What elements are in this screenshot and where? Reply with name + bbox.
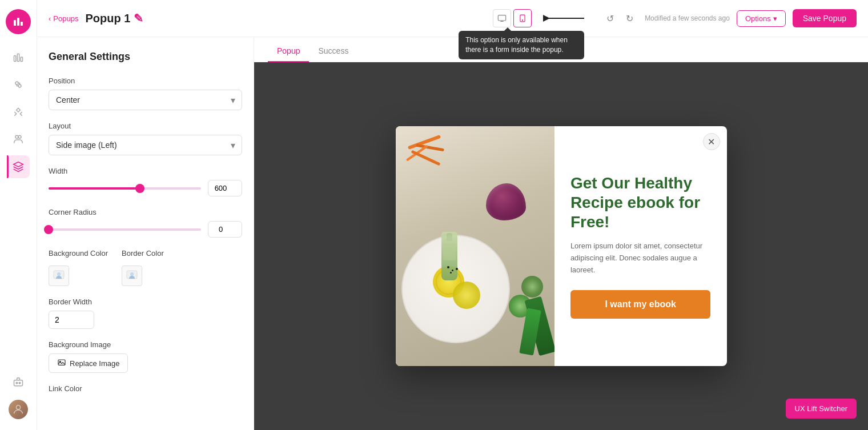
- border-color-label: Border Color: [122, 249, 164, 258]
- width-label: Width: [49, 167, 242, 175]
- back-chevron: ‹: [49, 14, 51, 23]
- svg-rect-10: [14, 380, 23, 386]
- logo[interactable]: [6, 9, 31, 34]
- svg-point-22: [130, 272, 134, 276]
- ux-lift-switcher-button[interactable]: UX Lift Switcher: [786, 399, 857, 419]
- settings-panel: General Settings Position Center Top Bot…: [37, 37, 254, 430]
- popup-cta-button[interactable]: I want my ebook: [570, 290, 711, 319]
- popup-subtext: Lorem ipsum dolor sit amet, consectetur …: [570, 240, 711, 276]
- position-select[interactable]: Center Top Bottom: [49, 90, 242, 110]
- page-title: Popup 1: [85, 12, 130, 25]
- svg-point-11: [16, 382, 18, 384]
- options-button[interactable]: Options ▾: [737, 10, 786, 27]
- device-switcher: This option is only available when there…: [493, 9, 532, 27]
- color-fields: Background Color Border Color: [49, 249, 242, 286]
- back-link[interactable]: ‹ Popups: [49, 14, 78, 23]
- layout-field: Layout Side image (Left) Side image (Rig…: [49, 122, 242, 155]
- popup-close-button[interactable]: ✕: [703, 133, 720, 150]
- sidebar: [0, 0, 37, 430]
- topbar: ‹ Popups Popup 1 ✎ This option is only a…: [37, 0, 868, 37]
- svg-point-24: [59, 361, 61, 362]
- position-field: Position Center Top Bottom ▾: [49, 77, 242, 110]
- color-row: Background Color Border Color: [49, 249, 242, 286]
- tab-popup[interactable]: Popup: [268, 41, 309, 62]
- sidebar-item-bot[interactable]: [7, 371, 30, 393]
- sidebar-item-analytics[interactable]: [7, 46, 30, 69]
- border-color-field: Border Color: [122, 249, 164, 286]
- active-indicator: [7, 155, 9, 178]
- width-field: Width: [49, 167, 242, 196]
- main-wrapper: ‹ Popups Popup 1 ✎ This option is only a…: [37, 0, 868, 430]
- bg-image-label: Background Image: [49, 340, 242, 349]
- border-width-field: Border Width: [49, 298, 242, 329]
- width-slider-row: [49, 180, 242, 196]
- options-chevron-icon: ▾: [773, 14, 777, 23]
- layout-select[interactable]: Side image (Left) Side image (Right) Ful…: [49, 135, 242, 155]
- svg-point-20: [57, 272, 61, 276]
- link-color-field: Link Color: [49, 384, 242, 393]
- device-desktop-btn[interactable]: [493, 9, 511, 27]
- width-slider-container: [49, 183, 201, 194]
- border-color-swatch[interactable]: [122, 266, 142, 286]
- content-area: General Settings Position Center Top Bot…: [37, 37, 868, 430]
- width-input[interactable]: [208, 180, 242, 196]
- bg-image-field: Background Image Replace Image: [49, 340, 242, 373]
- tab-success[interactable]: Success: [309, 41, 357, 62]
- settings-panel-title: General Settings: [49, 51, 242, 63]
- modified-status: Modified a few seconds ago: [645, 14, 730, 22]
- bg-color-field: Background Color: [49, 249, 108, 286]
- corner-radius-slider-row: [49, 221, 242, 238]
- corner-radius-label: Corner Radius: [49, 208, 242, 216]
- save-popup-button[interactable]: Save Popup: [793, 9, 857, 27]
- corner-radius-slider-track: [49, 228, 201, 231]
- corner-radius-slider-container: [49, 224, 201, 235]
- svg-point-16: [523, 20, 523, 21]
- svg-point-7: [18, 85, 21, 87]
- svg-point-12: [19, 382, 21, 384]
- corner-radius-input[interactable]: [208, 221, 242, 238]
- popup-food-image: [396, 126, 554, 366]
- sidebar-item-layers-wrap: [7, 155, 30, 178]
- lemon2: [453, 282, 480, 309]
- undo-button[interactable]: ↺: [601, 10, 618, 27]
- width-slider-track: [49, 187, 201, 190]
- tooltip-text: This option is only available when there…: [465, 36, 568, 54]
- popup-content-side: Get Our Healthy Recipe ebook for Free! L…: [554, 126, 727, 366]
- svg-rect-3: [14, 56, 16, 62]
- svg-rect-2: [21, 22, 23, 26]
- tab-success-label: Success: [318, 46, 348, 55]
- svg-rect-4: [17, 54, 19, 61]
- arrow-indicator: [543, 11, 594, 25]
- bg-color-swatch[interactable]: [49, 266, 69, 286]
- sidebar-item-integrations[interactable]: [7, 101, 30, 123]
- cucumber2: [521, 276, 543, 298]
- bg-color-label: Background Color: [49, 249, 108, 258]
- undo-redo-group: ↺ ↻: [601, 10, 638, 27]
- width-slider-thumb[interactable]: [135, 184, 144, 193]
- svg-point-6: [15, 82, 18, 85]
- sidebar-item-audience[interactable]: [7, 128, 30, 151]
- link-color-label: Link Color: [49, 384, 242, 393]
- position-label: Position: [49, 77, 242, 85]
- corner-radius-slider-thumb[interactable]: [44, 225, 53, 234]
- edit-title-icon[interactable]: ✎: [134, 11, 143, 25]
- svg-point-13: [16, 405, 20, 409]
- carrot-area: [404, 140, 456, 163]
- border-width-input[interactable]: [49, 311, 94, 329]
- popup-heading: Get Our Healthy Recipe ebook for Free!: [570, 174, 711, 231]
- replace-image-button[interactable]: Replace Image: [49, 353, 128, 373]
- replace-image-label: Replace Image: [70, 359, 119, 368]
- position-select-wrapper: Center Top Bottom ▾: [49, 90, 242, 110]
- sidebar-item-layers[interactable]: [7, 155, 30, 178]
- back-label: Popups: [53, 14, 78, 23]
- svg-rect-0: [14, 20, 16, 26]
- popup-modal: Get Our Healthy Recipe ebook for Free! L…: [396, 126, 727, 366]
- close-icon: ✕: [708, 136, 715, 147]
- device-mobile-btn[interactable]: [513, 9, 532, 27]
- svg-rect-23: [58, 360, 65, 365]
- svg-rect-1: [17, 18, 19, 26]
- sidebar-item-avatar[interactable]: [7, 398, 30, 421]
- sidebar-item-campaigns[interactable]: [7, 73, 30, 96]
- redo-button[interactable]: ↻: [621, 10, 638, 27]
- page-title-group: Popup 1 ✎: [85, 11, 143, 25]
